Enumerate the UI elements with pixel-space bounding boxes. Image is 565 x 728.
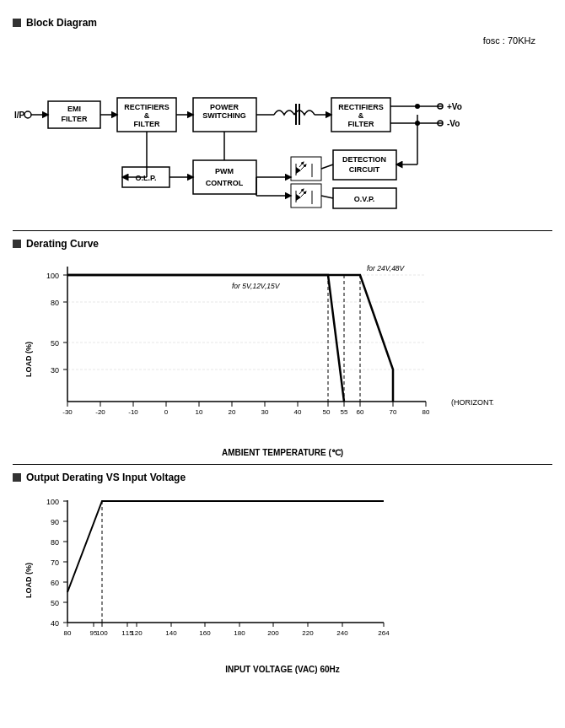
- svg-text:I/P: I/P: [14, 111, 25, 120]
- derating-curve-xlabel: AMBIENT TEMPERATURE (℃): [21, 448, 544, 457]
- svg-text:90: 90: [51, 518, 59, 526]
- svg-text:(HORIZONTAL): (HORIZONTAL): [451, 398, 493, 407]
- svg-text:PWM: PWM: [215, 167, 234, 175]
- svg-text:for 5V,12V,15V: for 5V,12V,15V: [232, 282, 281, 290]
- svg-text:CIRCUIT: CIRCUIT: [349, 165, 380, 174]
- svg-text:100: 100: [96, 629, 108, 637]
- svg-text:55: 55: [341, 408, 348, 416]
- svg-text:200: 200: [267, 629, 279, 637]
- svg-text:30: 30: [261, 408, 269, 416]
- svg-text:LOAD (%): LOAD (%): [24, 342, 33, 377]
- svg-text:80: 80: [51, 538, 59, 547]
- svg-text:120: 120: [131, 629, 143, 637]
- svg-text:264: 264: [378, 629, 390, 637]
- svg-text:RECTIFIERS: RECTIFIERS: [338, 103, 384, 111]
- svg-text:SWITCHING: SWITCHING: [202, 111, 246, 120]
- svg-text:220: 220: [302, 629, 314, 637]
- svg-line-49: [301, 164, 306, 170]
- output-derating-xlabel: INPUT VOLTAGE (VAC) 60Hz: [21, 665, 544, 674]
- svg-text:0: 0: [164, 408, 169, 416]
- svg-text:LOAD (%): LOAD (%): [24, 563, 33, 598]
- svg-line-67: [321, 196, 333, 198]
- svg-text:&: &: [144, 111, 150, 120]
- derating-curve-chart: LOAD (%) 100 80 50 30 -30 -20 -1: [21, 258, 544, 457]
- svg-rect-44: [291, 157, 321, 181]
- svg-text:160: 160: [199, 629, 211, 637]
- svg-text:FILTER: FILTER: [348, 120, 374, 128]
- svg-text:60: 60: [357, 408, 364, 416]
- block-diagram-header: Block Diagram: [13, 17, 552, 29]
- svg-text:80: 80: [51, 299, 59, 307]
- svg-text:40: 40: [51, 619, 59, 628]
- svg-text:O.V.P.: O.V.P.: [354, 195, 375, 203]
- svg-text:50: 50: [323, 408, 331, 416]
- svg-text:O.L.P.: O.L.P.: [136, 174, 157, 182]
- block-diagram-container: fosc : 70KHz I/P EMI FILTER RECTIFIERS &…: [13, 35, 552, 213]
- svg-text:70: 70: [51, 558, 59, 567]
- svg-line-55: [299, 189, 304, 194]
- svg-text:FILTER: FILTER: [134, 120, 160, 128]
- output-derating-header: Output Derating VS Input Voltage: [13, 472, 552, 483]
- header-icon-2: [13, 240, 21, 248]
- svg-text:20: 20: [229, 408, 236, 416]
- svg-text:10: 10: [196, 408, 203, 416]
- svg-text:-20: -20: [95, 408, 105, 416]
- output-derating-title: Output Derating VS Input Voltage: [26, 472, 186, 483]
- svg-text:+Vo: +Vo: [447, 102, 462, 111]
- fosc-label: fosc : 70KHz: [13, 35, 552, 46]
- svg-text:CONTROL: CONTROL: [206, 179, 244, 187]
- svg-text:140: 140: [165, 629, 177, 637]
- svg-text:100: 100: [46, 272, 59, 280]
- svg-text:80: 80: [64, 629, 72, 637]
- svg-text:FILTER: FILTER: [62, 115, 88, 123]
- divider-2: [13, 464, 552, 465]
- derating-curve-svg: LOAD (%) 100 80 50 30 -30 -20 -1: [21, 258, 493, 444]
- output-derating-chart: LOAD (%) 100 90 80 70 60 50 40: [21, 492, 544, 674]
- divider-1: [13, 230, 552, 231]
- svg-text:-10: -10: [128, 408, 138, 416]
- derating-curve-header: Derating Curve: [13, 238, 552, 250]
- svg-text:40: 40: [294, 408, 302, 416]
- header-icon-3: [13, 473, 21, 482]
- svg-point-25: [415, 104, 420, 109]
- svg-text:50: 50: [51, 599, 59, 607]
- svg-text:180: 180: [234, 629, 245, 637]
- svg-rect-51: [291, 184, 321, 208]
- svg-text:240: 240: [336, 629, 348, 637]
- svg-marker-53: [296, 194, 301, 201]
- svg-text:50: 50: [51, 339, 59, 348]
- svg-text:RECTIFIERS: RECTIFIERS: [124, 103, 170, 111]
- svg-text:-Vo: -Vo: [447, 119, 460, 128]
- block-diagram-title: Block Diagram: [26, 17, 97, 29]
- svg-text:80: 80: [422, 408, 430, 416]
- svg-text:60: 60: [51, 579, 59, 587]
- svg-line-56: [301, 191, 306, 197]
- output-derating-svg: LOAD (%) 100 90 80 70 60 50 40: [21, 492, 493, 661]
- svg-text:100: 100: [46, 498, 59, 506]
- svg-text:DETECTION: DETECTION: [342, 155, 386, 164]
- svg-marker-46: [296, 167, 301, 174]
- svg-line-66: [321, 164, 333, 169]
- svg-text:70: 70: [390, 408, 397, 416]
- svg-text:30: 30: [51, 366, 59, 375]
- svg-text:for 24V,48V: for 24V,48V: [367, 264, 406, 272]
- svg-text:EMI: EMI: [67, 105, 81, 113]
- svg-line-48: [299, 162, 304, 167]
- svg-text:POWER: POWER: [210, 103, 239, 111]
- svg-text:&: &: [358, 111, 364, 120]
- svg-point-0: [24, 111, 31, 118]
- header-icon: [13, 19, 21, 27]
- block-diagram-svg: I/P EMI FILTER RECTIFIERS & FILTER POWER…: [13, 49, 552, 213]
- svg-text:-30: -30: [62, 408, 73, 416]
- derating-curve-title: Derating Curve: [26, 238, 99, 250]
- svg-rect-37: [193, 160, 256, 194]
